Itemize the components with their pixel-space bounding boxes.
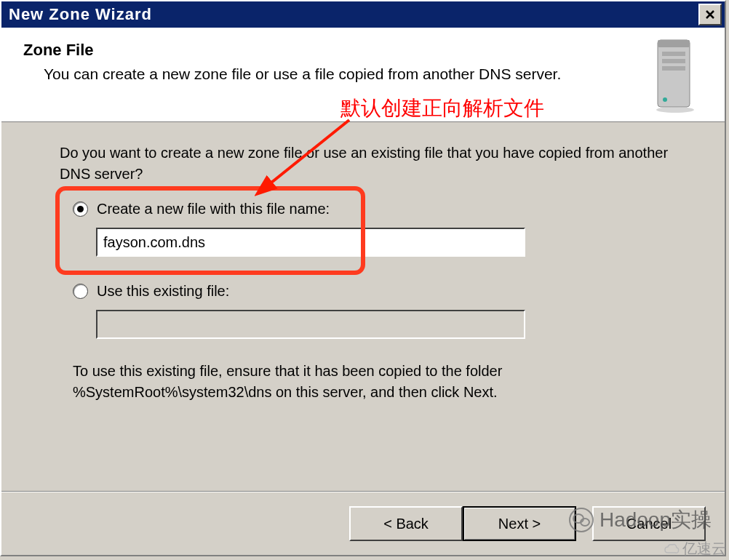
- title-bar: New Zone Wizard: [1, 1, 725, 28]
- wizard-content: Do you want to create a new zone file or…: [1, 122, 725, 492]
- radio-new-file-label: Create a new file with this file name:: [97, 201, 330, 217]
- radio-existing-file-label: Use this existing file:: [97, 283, 229, 300]
- server-icon: [648, 35, 706, 115]
- radio-group: Create a new file with this file name: U…: [60, 196, 681, 403]
- wizard-button-bar: < Back Next > Cancel: [1, 492, 725, 555]
- window-title: New Zone Wizard: [4, 5, 152, 24]
- radio-button-existing-file[interactable]: [73, 284, 88, 299]
- svg-point-5: [663, 97, 667, 102]
- svg-point-6: [656, 107, 694, 113]
- radio-button-new-file[interactable]: [73, 201, 88, 217]
- svg-rect-3: [662, 59, 685, 63]
- header-title: Zone File: [23, 41, 633, 60]
- svg-rect-0: [658, 40, 690, 107]
- wizard-window: New Zone Wizard Zone File You can create…: [0, 0, 726, 556]
- header-subtitle: You can create a new zone file or use a …: [23, 64, 633, 84]
- back-button[interactable]: < Back: [349, 506, 463, 541]
- svg-rect-2: [662, 52, 685, 56]
- radio-use-existing-file[interactable]: Use this existing file:: [60, 279, 681, 305]
- existing-file-input-row: [60, 310, 681, 339]
- svg-rect-4: [662, 66, 685, 71]
- new-file-name-input[interactable]: [96, 228, 525, 257]
- new-file-input-row: [60, 228, 681, 257]
- close-icon: [705, 9, 715, 20]
- radio-create-new-file[interactable]: Create a new file with this file name:: [60, 196, 681, 223]
- footnote-text: To use this existing file, ensure that i…: [60, 361, 681, 403]
- existing-file-name-input: [96, 310, 525, 339]
- close-button[interactable]: [698, 4, 722, 25]
- next-button[interactable]: Next >: [463, 506, 576, 541]
- cancel-button[interactable]: Cancel: [592, 506, 706, 541]
- svg-rect-1: [658, 40, 690, 47]
- annotation-text: 默认创建正向解析文件: [340, 95, 544, 122]
- prompt-text: Do you want to create a new zone file or…: [60, 143, 681, 185]
